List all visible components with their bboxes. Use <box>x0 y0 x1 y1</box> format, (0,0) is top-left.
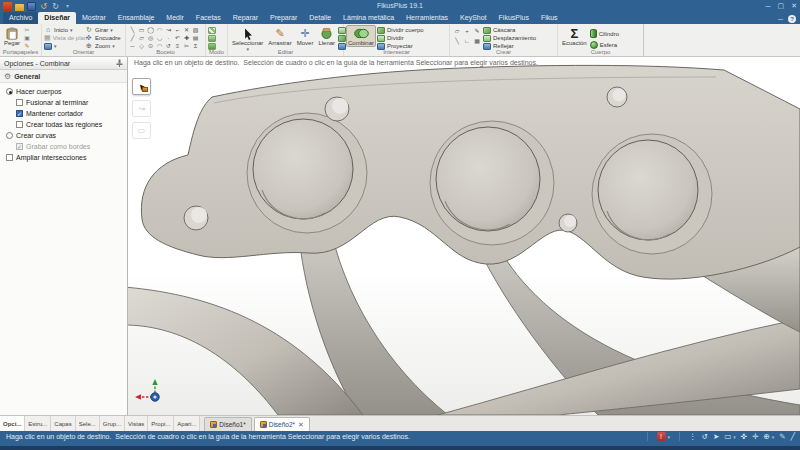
sketch-tool-icon[interactable]: ⌐ <box>173 26 182 34</box>
sketch-tool-icon[interactable]: ◠ <box>155 26 164 34</box>
close-button[interactable]: ✕ <box>791 2 797 10</box>
plan-view-icon[interactable]: ✜ <box>741 432 747 441</box>
toolguide-ghost-button[interactable]: ↝ <box>132 100 151 117</box>
pegar-button[interactable]: Pegar <box>2 25 22 47</box>
redo-icon[interactable]: ↻ <box>51 2 60 11</box>
panel-tab-opciones[interactable]: Opci... <box>0 416 25 431</box>
option-hacer-cuerpos[interactable]: Hacer cuerpos <box>0 86 127 97</box>
encuadre-button[interactable]: ✜Encuadre <box>85 34 123 42</box>
create-grid-icon[interactable]: ▦ <box>472 37 482 47</box>
panel-tab-grupos[interactable]: Grup... <box>100 416 125 431</box>
sketch-tool-icon[interactable]: ▭ <box>137 26 146 34</box>
tab-preparar[interactable]: Preparar <box>264 12 303 24</box>
save-icon[interactable] <box>27 2 36 11</box>
minimize-ribbon-icon[interactable]: ─ <box>778 16 783 23</box>
tab-herramientas[interactable]: Herramientas <box>400 12 454 24</box>
box-zoom-icon[interactable]: ▭ <box>724 432 731 441</box>
radio-icon[interactable] <box>6 132 13 139</box>
sketch-tool-icon[interactable]: ↶ <box>173 34 182 42</box>
help-icon[interactable]: ? <box>788 15 796 23</box>
spin-icon[interactable]: ↺ <box>702 432 708 441</box>
option-mantener-cortador[interactable]: Mantener cortador <box>0 108 127 119</box>
tab-disenar[interactable]: Diseñar <box>38 12 76 24</box>
panel-tab-capas[interactable]: Capas <box>51 416 75 431</box>
sketch-tool-icon[interactable]: ▨ <box>191 26 200 34</box>
zoom-icon[interactable]: ⊕ <box>763 432 769 441</box>
create-plane-icon[interactable]: ▱ <box>452 27 462 37</box>
llenar-button[interactable]: Llenar <box>316 25 337 47</box>
sketch-tool-icon[interactable]: ◯ <box>146 26 155 34</box>
pan-icon[interactable]: ✛ <box>752 432 758 441</box>
vista-de-plan-button[interactable]: ▦Vista de plan <box>44 34 84 42</box>
panel-tab-estructura[interactable]: Estru... <box>25 416 51 431</box>
cilindro-button[interactable]: Cilindro <box>590 28 619 39</box>
select-icon[interactable]: ➤ <box>713 432 719 441</box>
qat-dropdown-icon[interactable]: ▾ <box>63 2 72 11</box>
cascara-button[interactable]: Cáscara <box>483 26 536 34</box>
section-mode-icon[interactable] <box>208 35 216 42</box>
tab-detalle[interactable]: Detalle <box>303 12 337 24</box>
restore-button[interactable]: ▢ <box>778 2 785 10</box>
sketch-mode-icon[interactable] <box>208 27 216 34</box>
panel-tab-apariencia[interactable]: Apari... <box>174 416 200 431</box>
open-icon[interactable] <box>15 4 24 11</box>
dropdown-icon[interactable]: ▾ <box>733 434 736 440</box>
checkbox-icon[interactable] <box>16 99 23 106</box>
dropdown-icon[interactable]: ▾ <box>772 434 775 440</box>
tab-lamina-metalica[interactable]: Lámina metálica <box>337 12 400 24</box>
measure-icon[interactable]: ╱ <box>790 432 795 441</box>
copy-icon[interactable]: ▣ <box>23 35 31 42</box>
sketch-tool-icon[interactable]: ✚ <box>182 34 191 42</box>
tab-mostrar[interactable]: Mostrar <box>76 12 112 24</box>
close-document-icon[interactable]: ✕ <box>298 421 304 429</box>
sketch-tool-icon[interactable]: ◡ <box>155 34 164 42</box>
checkbox-icon[interactable] <box>16 110 23 117</box>
create-sketch-icon[interactable]: ✎ <box>472 27 482 37</box>
create-line-icon[interactable]: ╲ <box>452 37 462 47</box>
viewport-canvas[interactable]: Haga clic en un objeto de destino. Selec… <box>128 57 800 415</box>
general-section-header[interactable]: ⚙ General <box>0 70 127 83</box>
combinar-button[interactable]: Combinar <box>346 25 376 47</box>
cut-icon[interactable]: ✂ <box>23 27 31 34</box>
dividir-button[interactable]: Dividir <box>377 34 424 42</box>
dividir-cuerpo-button[interactable]: Dividir cuerpo <box>377 26 424 34</box>
sketch-tool-icon[interactable]: ✕ <box>182 26 191 34</box>
tab-fikus[interactable]: Fikus <box>535 12 564 24</box>
option-crear-curvas[interactable]: Crear curvas <box>0 130 127 141</box>
document-tab-diseno1[interactable]: Diseño1* <box>204 417 251 431</box>
document-tab-diseno2[interactable]: Diseño2* ✕ <box>254 417 310 431</box>
select-target-toolguide-button[interactable]: ➤ <box>132 78 151 95</box>
sketch-tool-icon[interactable]: ∙ <box>164 34 173 42</box>
create-origin-icon[interactable]: ∟ <box>462 37 472 47</box>
sketch-tool-icon[interactable]: ↝ <box>164 26 173 34</box>
sketch-tool-icon[interactable]: ╲ <box>128 26 137 34</box>
exhaust-manifold-model[interactable] <box>128 57 800 415</box>
arrastrar-button[interactable]: ✎ Arrastrar <box>266 25 293 47</box>
desplazamiento-button[interactable]: Desplazamiento <box>483 34 536 42</box>
tab-facetas[interactable]: Facetas <box>190 12 227 24</box>
ecuacion-button[interactable]: Σ Ecuación <box>560 25 589 47</box>
pin-icon[interactable] <box>116 59 123 67</box>
tab-medir[interactable]: Medir <box>160 12 190 24</box>
sketch-icon[interactable]: ✎ <box>779 432 785 441</box>
option-fusionar-al-terminar[interactable]: Fusionar al terminar <box>0 97 127 108</box>
sketch-tool-icon[interactable]: ▱ <box>137 34 146 42</box>
panel-tab-vistas[interactable]: Vistas <box>125 416 148 431</box>
tab-fikusplus[interactable]: FikusPlus <box>493 12 535 24</box>
create-axis-icon[interactable]: + <box>462 27 472 37</box>
panel-tab-seleccion[interactable]: Sele... <box>76 416 100 431</box>
tab-reparar[interactable]: Reparar <box>227 12 264 24</box>
panel-tab-propiedades[interactable]: Propi... <box>148 416 174 431</box>
checkbox-icon[interactable] <box>16 121 23 128</box>
checkbox-icon[interactable] <box>6 154 13 161</box>
sketch-tool-icon[interactable]: ▤ <box>191 34 200 42</box>
sketch-tool-icon[interactable]: ╱ <box>128 34 137 42</box>
tab-ensamblaje[interactable]: Ensamblaje <box>112 12 161 24</box>
option-ampliar-intersecciones[interactable]: Ampliar intersecciones <box>0 152 127 163</box>
tab-archivo[interactable]: Archivo <box>3 12 38 24</box>
mover-button[interactable]: ✛ Mover <box>295 25 316 47</box>
toolguide-ghost-button[interactable]: ▭ <box>132 122 151 139</box>
overflow-icon[interactable]: ⋮ <box>689 432 697 441</box>
girar-button[interactable]: ↻Girar▾ <box>85 26 123 34</box>
radio-icon[interactable] <box>6 88 13 95</box>
